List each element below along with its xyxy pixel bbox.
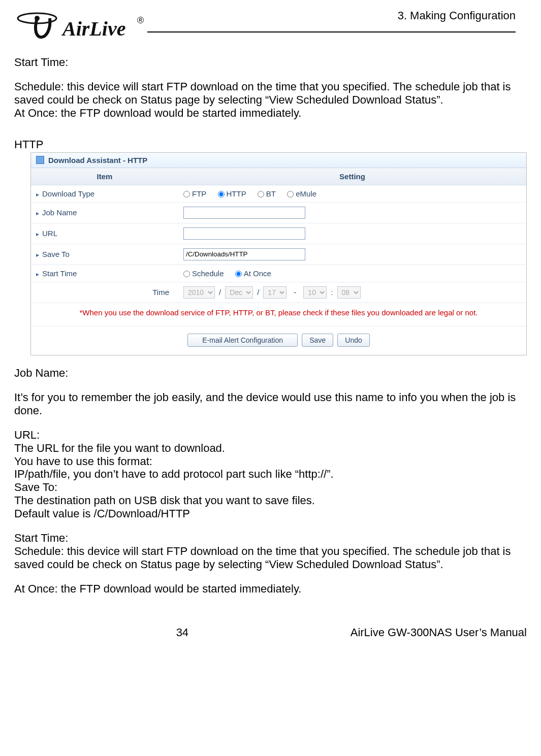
logo-text: AirLive [61, 17, 125, 40]
row-buttons: E-mail Alert Configuration Save Undo [31, 326, 526, 355]
radio-schedule[interactable] [183, 271, 190, 277]
radio-schedule-wrap[interactable]: Schedule [183, 269, 224, 278]
save-to-title: Save To: [14, 481, 527, 494]
url-input[interactable] [183, 227, 305, 240]
url-title: URL: [14, 429, 527, 442]
page-number: 34 [176, 626, 188, 639]
time-year-select[interactable]: 2010 [183, 286, 215, 299]
caret-icon: ▸ [36, 210, 39, 217]
chapter-heading: 3. Making Configuration [398, 9, 516, 22]
http-heading: HTTP [14, 138, 527, 151]
row-download-type: ▸Download Type FTP HTTP BT eMule [31, 185, 526, 202]
airlive-logo: AirLive ® [14, 9, 146, 47]
time-minute-select[interactable]: 08 [337, 286, 361, 299]
row-save-to: ▸Save To [31, 244, 526, 265]
url-line3: IP/path/file, you don’t have to add prot… [14, 468, 527, 481]
svg-text:®: ® [137, 15, 144, 25]
caret-icon: ▸ [36, 231, 39, 238]
download-type-label: Download Type [42, 189, 94, 198]
time-row-label: Time [152, 288, 169, 297]
start-time-row-label: Start Time [42, 269, 77, 278]
radio-ftp-wrap[interactable]: FTP [183, 189, 206, 198]
panel-title-text: Download Assistant - HTTP [48, 156, 147, 165]
save-button[interactable]: Save [302, 334, 333, 347]
start-time-title: Start Time: [14, 56, 527, 69]
caret-icon: ▸ [36, 271, 39, 278]
caret-icon: ▸ [36, 191, 39, 198]
row-warning: *When you use the download service of FT… [31, 303, 526, 326]
job-name-input[interactable] [183, 207, 305, 219]
save-to-line2: Default value is /C/Download/HTTP [14, 507, 527, 520]
col-item-header: Item [31, 168, 178, 185]
save-to-label: Save To [42, 250, 70, 258]
row-time: Time 2010 / Dec / 17 - 10 : 08 [31, 282, 526, 303]
start-time-lower-p2: At Once: the FTP download would be start… [14, 582, 527, 596]
radio-atonce-wrap[interactable]: At Once [235, 269, 271, 278]
warning-text: *When you use the download service of FT… [31, 303, 526, 326]
email-alert-button[interactable]: E-mail Alert Configuration [187, 334, 298, 347]
save-to-line1: The destination path on USB disk that yo… [14, 494, 527, 507]
start-time-atonce-text: At Once: the FTP download would be start… [14, 107, 527, 120]
caret-icon: ▸ [36, 251, 39, 258]
radio-emule-wrap[interactable]: eMule [287, 189, 316, 198]
time-hour-select[interactable]: 10 [303, 286, 327, 299]
radio-http-wrap[interactable]: HTTP [218, 189, 246, 198]
radio-emule[interactable] [287, 191, 294, 198]
start-time-lower-p1: Schedule: this device will start FTP dow… [14, 545, 527, 571]
undo-button[interactable]: Undo [337, 334, 369, 347]
radio-bt-wrap[interactable]: BT [258, 189, 276, 198]
col-setting-header: Setting [178, 168, 526, 185]
save-to-input[interactable] [183, 248, 305, 260]
panel-titlebar: Download Assistant - HTTP [31, 153, 526, 168]
url-line1: The URL for the file you want to downloa… [14, 442, 527, 455]
start-time-schedule-text: Schedule: this device will start FTP dow… [14, 80, 527, 107]
url-label: URL [42, 229, 57, 238]
job-name-label: Job Name [42, 208, 77, 217]
header-divider [147, 31, 516, 32]
radio-ftp[interactable] [183, 191, 190, 198]
manual-title: AirLive GW-300NAS User’s Manual [351, 626, 527, 639]
row-job-name: ▸Job Name [31, 202, 526, 223]
radio-http[interactable] [218, 191, 225, 198]
row-url: ▸URL [31, 223, 526, 244]
time-month-select[interactable]: Dec [225, 286, 253, 299]
radio-atonce[interactable] [235, 271, 242, 277]
start-time-lower-title: Start Time: [14, 532, 527, 545]
row-start-time: ▸Start Time Schedule At Once [31, 265, 526, 282]
panel-title-icon [36, 156, 44, 164]
radio-bt[interactable] [258, 191, 264, 198]
time-day-select[interactable]: 17 [263, 286, 287, 299]
download-assistant-panel: Download Assistant - HTTP Item Setting ▸… [30, 152, 527, 355]
url-line2: You have to use this format: [14, 455, 527, 468]
job-name-text: It’s for you to remember the job easily,… [14, 391, 527, 417]
job-name-title: Job Name: [14, 367, 527, 380]
